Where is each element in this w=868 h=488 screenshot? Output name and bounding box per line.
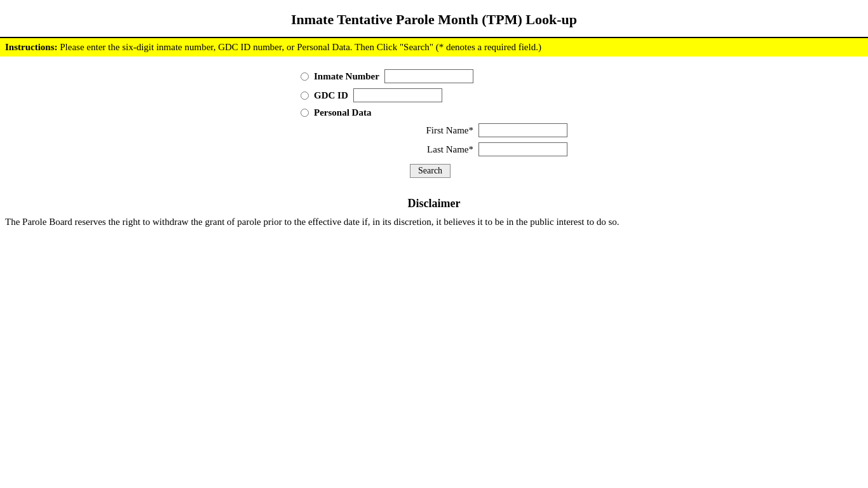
first-name-input[interactable] xyxy=(478,123,567,137)
instructions-bar: Instructions: Please enter the six-digit… xyxy=(0,38,868,57)
gdc-id-input[interactable] xyxy=(353,88,442,102)
personal-data-label: Personal Data xyxy=(314,107,371,118)
search-button[interactable]: Search xyxy=(410,164,451,178)
search-form: Inmate Number GDC ID Personal Data First… xyxy=(0,69,868,178)
inmate-number-input[interactable] xyxy=(384,69,473,83)
inmate-number-label: Inmate Number xyxy=(314,71,379,82)
inmate-number-radio[interactable] xyxy=(301,72,309,81)
personal-data-row: Personal Data xyxy=(301,107,567,118)
search-button-row: Search xyxy=(301,164,567,178)
last-name-label: Last Name* xyxy=(427,144,473,155)
last-name-row: Last Name* xyxy=(301,142,567,156)
first-name-row: First Name* xyxy=(301,123,567,137)
first-name-label: First Name* xyxy=(426,125,473,136)
instructions-label: Instructions: xyxy=(5,42,58,52)
disclaimer-text: The Parole Board reserves the right to w… xyxy=(0,217,667,227)
last-name-input[interactable] xyxy=(478,142,567,156)
disclaimer-title: Disclaimer xyxy=(0,197,868,210)
disclaimer-section: Disclaimer The Parole Board reserves the… xyxy=(0,197,868,227)
instructions-text: Please enter the six-digit inmate number… xyxy=(60,42,541,52)
page-title: Inmate Tentative Parole Month (TPM) Look… xyxy=(0,0,868,37)
inmate-number-row: Inmate Number xyxy=(301,69,567,83)
gdc-id-label: GDC ID xyxy=(314,90,348,101)
gdc-id-row: GDC ID xyxy=(301,88,567,102)
gdc-id-radio[interactable] xyxy=(301,92,309,100)
personal-data-radio[interactable] xyxy=(301,109,309,117)
